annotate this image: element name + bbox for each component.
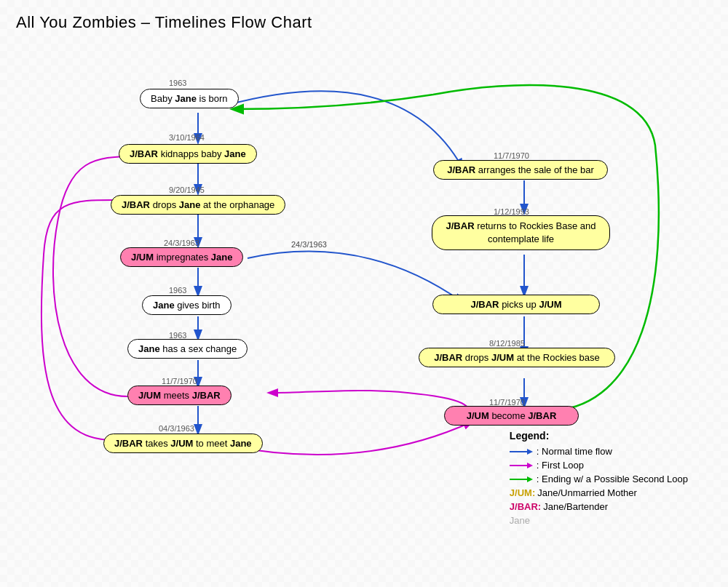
svg-marker-13 bbox=[527, 449, 533, 455]
svg-marker-15 bbox=[527, 463, 533, 468]
legend: Legend: : Normal time flow : First Loop … bbox=[510, 430, 688, 529]
node-meets-jbar: J/UM meets J/BAR bbox=[127, 386, 232, 405]
node-orphan: J/BAR drops Jane at the orphanage bbox=[111, 195, 285, 215]
date-meets: 11/7/1970 bbox=[162, 377, 197, 386]
svg-text:24/3/1963: 24/3/1963 bbox=[291, 240, 327, 249]
node-gives-birth: Jane gives birth bbox=[142, 295, 232, 315]
node-picks-up: J/BAR picks up J/UM bbox=[432, 295, 600, 314]
date-drops: 8/12/1985 bbox=[489, 339, 525, 348]
legend-magenta: : First Loop bbox=[510, 460, 688, 471]
node-kidnap: J/BAR kidnapps baby Jane bbox=[119, 144, 257, 164]
node-baby-jane: Baby Jane is born bbox=[140, 89, 239, 108]
node-sex-change: Jane has a sex change bbox=[127, 339, 248, 359]
svg-marker-17 bbox=[527, 476, 533, 482]
date-birth: 1963 bbox=[169, 286, 186, 295]
legend-green: : Ending w/ a Possible Second Loop bbox=[510, 474, 688, 484]
legend-jum: J/UM: Jane/Unmarried Mother bbox=[510, 487, 688, 498]
page-title: All You Zombies – Timelines Flow Chart bbox=[16, 13, 312, 32]
node-takes-jum: J/BAR takes J/UM to meet Jane bbox=[103, 434, 263, 453]
legend-blue: : Normal time flow bbox=[510, 446, 688, 457]
node-drops-jum: J/BAR drops J/UM at the Rockies base bbox=[419, 348, 615, 367]
node-impregnate: J/UM impregnates Jane bbox=[120, 247, 243, 267]
date-kidnap: 3/10/1964 bbox=[169, 133, 205, 142]
legend-jane: Jane bbox=[510, 515, 688, 526]
legend-jbar: J/BAR: Jane/Bartender bbox=[510, 501, 688, 512]
date-bar-sale: 11/7/1970 bbox=[494, 151, 529, 160]
node-bar-sale: J/BAR arranges the sale of the bar bbox=[433, 160, 608, 180]
date-1963-1: 1963 bbox=[169, 79, 186, 87]
chart-container: All You Zombies – Timelines Flow Chart 2… bbox=[0, 0, 728, 587]
node-become-jbar: J/UM become J/BAR bbox=[444, 406, 579, 426]
date-orphan: 9/20/1945 bbox=[169, 185, 205, 194]
legend-title: Legend: bbox=[510, 430, 688, 442]
node-rockies-return: J/BAR returns to Rockies Base and contem… bbox=[432, 215, 610, 250]
date-takes: 04/3/1963 bbox=[159, 424, 194, 433]
date-impregnate: 24/3/1963 bbox=[164, 239, 199, 247]
